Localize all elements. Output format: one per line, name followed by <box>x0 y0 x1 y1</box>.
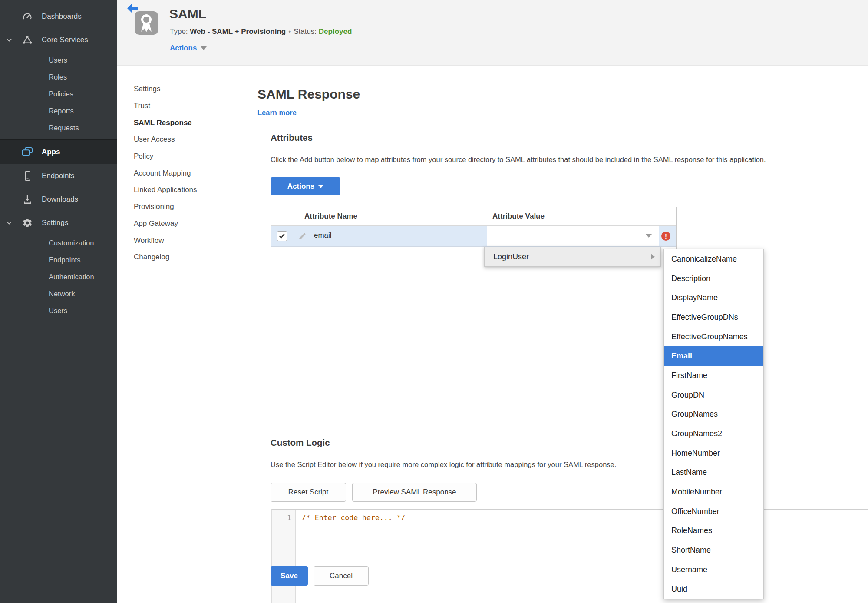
sidebar-item-label: Endpoints <box>42 172 75 180</box>
attributes-table-header: Attribute Name Attribute Value <box>271 207 676 226</box>
sidebar-item-label: Downloads <box>42 195 78 204</box>
sidebar-item[interactable]: Apps <box>0 139 117 164</box>
sidebar-item[interactable]: Policies <box>0 86 117 103</box>
sidebar-item[interactable]: Users <box>0 302 117 319</box>
submenu-item[interactable]: LastName <box>664 463 763 483</box>
app-meta-line: Type: Web - SAML + Provisioning•Status: … <box>170 27 352 36</box>
type-label: Type: <box>170 27 188 36</box>
submenu-item[interactable]: CanonicalizeName <box>664 249 763 269</box>
sidebar-item[interactable]: Users <box>0 52 117 69</box>
subnav-item[interactable]: Linked Applications <box>134 182 197 199</box>
status-badge: Deployed <box>319 27 352 36</box>
attributes-actions-button[interactable]: Actions <box>271 177 340 195</box>
gauge-icon <box>22 11 33 22</box>
subnav-item[interactable]: User Access <box>134 131 197 148</box>
column-header-attribute-name: Attribute Name <box>304 212 357 221</box>
submenu-item[interactable]: Email <box>664 346 763 366</box>
cell-separator <box>293 228 293 245</box>
subnav-item[interactable]: Policy <box>134 148 197 165</box>
chevron-down-icon[interactable] <box>6 219 13 226</box>
sidebar-item[interactable]: Roles <box>0 69 117 86</box>
subnav-item[interactable]: Provisioning <box>134 199 197 215</box>
sidebar-item[interactable]: Network <box>0 285 117 302</box>
type-value: Web - SAML + Provisioning <box>190 27 286 36</box>
learn-more-link[interactable]: Learn more <box>257 109 297 117</box>
sidebar-nav: Dashboards Core Services Users Roles Pol… <box>0 0 117 319</box>
header-actions-menu[interactable]: Actions <box>170 44 207 53</box>
phone-icon <box>22 170 33 182</box>
app-header: SAML Type: Web - SAML + Provisioning•Sta… <box>117 0 868 66</box>
reset-script-button[interactable]: Reset Script <box>271 483 346 502</box>
sidebar-item[interactable]: Customization <box>0 235 117 252</box>
subnav-item[interactable]: Trust <box>134 98 197 115</box>
dropdown-item-loginuser[interactable]: LoginUser <box>484 247 661 267</box>
subnav-item[interactable]: Changelog <box>134 249 197 266</box>
submenu-item[interactable]: ShortName <box>664 540 763 560</box>
app-subnav: SettingsTrustSAML ResponseUser AccessPol… <box>134 81 197 266</box>
sidebar-item[interactable]: Endpoints <box>0 252 117 268</box>
editor-code-area[interactable]: /* Enter code here... */ <box>296 510 868 603</box>
sidebar-item[interactable]: Endpoints <box>0 164 117 188</box>
submenu-item[interactable]: Description <box>664 269 763 288</box>
submenu-item[interactable]: DisplayName <box>664 288 763 308</box>
subnav-item[interactable]: App Gateway <box>134 215 197 232</box>
sidebar-item-label: Roles <box>49 73 67 81</box>
submenu-item[interactable]: GroupNames2 <box>664 424 763 444</box>
sidebar-item-label: Settings <box>42 219 68 227</box>
sidebar-item[interactable]: Dashboards <box>0 5 117 28</box>
submenu-item[interactable]: GroupNames <box>664 405 763 424</box>
sidebar-item-label: Policies <box>49 90 73 98</box>
column-separator <box>293 210 293 223</box>
sidebar-item[interactable]: Settings <box>0 211 117 235</box>
subnav-item[interactable]: Account Mapping <box>134 165 197 182</box>
attribute-submenu: CanonicalizeNameDescriptionDisplayNameEf… <box>663 249 764 599</box>
attribute-value-combobox[interactable] <box>487 226 659 246</box>
chevron-down-icon <box>318 185 323 188</box>
editor-gutter: 1 <box>272 510 296 603</box>
subnav-item[interactable]: Workflow <box>134 232 197 249</box>
table-row-email[interactable]: email ! <box>271 226 676 247</box>
submenu-arrow-icon <box>651 254 655 260</box>
page-title: SAML Response <box>257 87 360 102</box>
column-separator <box>485 210 485 223</box>
submenu-item[interactable]: Uuid <box>664 580 763 599</box>
sidebar-item-label: Users <box>49 56 67 64</box>
sidebar-item-label: Authentication <box>49 273 94 281</box>
custom-logic-heading: Custom Logic <box>271 437 330 448</box>
dot-separator: • <box>286 27 294 36</box>
submenu-item[interactable]: RoleNames <box>664 521 763 541</box>
cancel-button[interactable]: Cancel <box>314 566 369 586</box>
sidebar-item[interactable]: Core Services <box>0 28 117 52</box>
save-button[interactable]: Save <box>271 566 308 586</box>
dropdown-item-label: LoginUser <box>493 252 529 262</box>
validation-error-icon: ! <box>661 232 670 241</box>
column-header-attribute-value: Attribute Value <box>492 212 545 221</box>
attributes-heading: Attributes <box>271 133 313 143</box>
submenu-item[interactable]: HomeNumber <box>664 444 763 463</box>
gear-icon <box>22 217 33 229</box>
row-checkbox[interactable] <box>277 231 287 241</box>
subnav-item[interactable]: Settings <box>134 81 197 98</box>
sidebar-item-label: Network <box>49 290 75 298</box>
sidebar-item[interactable]: Downloads <box>0 188 117 211</box>
sidebar-item-label: Customization <box>49 239 94 247</box>
page-app-title: SAML <box>169 7 206 21</box>
sidebar-item-label: Endpoints <box>49 256 80 264</box>
submenu-item[interactable]: Username <box>664 560 763 580</box>
submenu-item[interactable]: EffectiveGroupDNs <box>664 308 763 327</box>
submenu-item[interactable]: MobileNumber <box>664 482 763 502</box>
submenu-item[interactable]: FirstName <box>664 366 763 385</box>
sidebar-item[interactable]: Reports <box>0 103 117 119</box>
submenu-item[interactable]: GroupDN <box>664 385 763 405</box>
preview-saml-response-button[interactable]: Preview SAML Response <box>352 483 477 502</box>
sidebar-item[interactable]: Authentication <box>0 268 117 285</box>
sidebar-item[interactable]: Requests <box>0 119 117 136</box>
actions-button-label: Actions <box>287 182 314 191</box>
line-number: 1 <box>287 514 295 522</box>
chevron-down-icon[interactable] <box>6 36 13 43</box>
submenu-item[interactable]: EffectiveGroupNames <box>664 327 763 347</box>
sidebar-item-label: Dashboards <box>42 12 82 21</box>
edit-pencil-icon[interactable] <box>298 232 307 240</box>
submenu-item[interactable]: OfficeNumber <box>664 502 763 521</box>
subnav-item[interactable]: SAML Response <box>134 114 197 131</box>
